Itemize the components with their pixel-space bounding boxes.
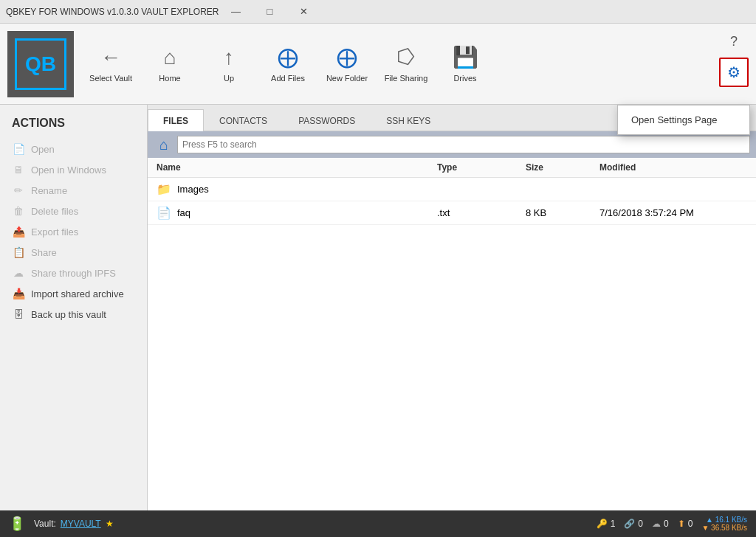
settings-popup: Open Settings Page [617,105,750,135]
file-name-label: faq [177,207,190,218]
table-row[interactable]: 📁 Images [148,178,756,201]
backup-icon: 🗄 [12,308,25,320]
drives-label: Drives [453,74,476,83]
titlebar-max-btn[interactable]: □ [253,0,287,24]
content-area: FILES CONTACTS PASSWORDS SSH KEYS ⌂ Name… [148,105,756,510]
net-up-speed: ▲ 16.1 KB/s [706,516,747,524]
tab-contacts[interactable]: CONTACTS [204,109,283,131]
folder-icon: 📁 [157,182,171,196]
status-vault: Vault: MYVAULT ★ [34,519,114,529]
sidebar-item-open-windows[interactable]: 🖥 Open in Windows [0,159,147,180]
share-icon: 📋 [12,246,25,258]
sidebar-item-share-label: Share [31,247,57,258]
sidebar-item-export-label: Export files [31,226,78,238]
key-status: 🔑 1 [597,519,616,529]
titlebar: QBKEY FOR WINDOWS v1.0.3.0 VAULT EXPLORE… [0,0,756,24]
add-files-label: Add Files [271,74,305,83]
cloud-status: ☁ 0 [652,519,669,529]
titlebar-title: QBKEY FOR WINDOWS v1.0.3.0 VAULT EXPLORE… [6,7,219,17]
share-ipfs-icon: ☁ [12,267,25,279]
tab-passwords[interactable]: PASSWORDS [283,109,371,131]
battery-icon: 🔋 [9,516,25,532]
sidebar-item-export[interactable]: 📤 Export files [0,221,147,242]
sidebar-item-backup-label: Back up this vault [31,309,106,320]
add-files-button[interactable]: ⨁ Add Files [258,31,317,97]
select-vault-button[interactable]: ← Select Vault [81,31,140,97]
upload-count: 0 [688,519,693,529]
sidebar-item-delete[interactable]: 🗑 Delete files [0,201,147,221]
sidebar-item-backup[interactable]: 🗄 Back up this vault [0,304,147,325]
key-count: 1 [611,519,616,529]
file-type: .txt [437,207,526,218]
link-icon: 🔗 [624,519,635,529]
file-modified: 7/16/2018 3:57:24 PM [599,207,747,218]
key-icon: 🔑 [597,519,608,529]
logo: QB [7,31,74,97]
select-vault-label: Select Vault [89,74,132,83]
sidebar-item-rename-label: Rename [31,185,67,196]
import-archive-icon: 📥 [12,288,25,299]
file-sharing-label: File Sharing [385,74,428,83]
cloud-icon: ☁ [652,519,661,529]
upload-icon: ⬆ [678,519,685,529]
new-folder-button[interactable]: ⨁ New Folder [317,31,377,97]
rename-icon: ✏ [12,184,25,196]
settings-button[interactable]: ⚙ [719,58,749,87]
actions-title: ACTIONS [0,114,147,139]
sidebar-item-rename[interactable]: ✏ Rename [0,180,147,201]
drives-icon: 💾 [453,45,478,69]
sidebar-item-import-archive[interactable]: 📥 Import shared archive [0,283,147,304]
sidebar-item-open-label: Open [31,144,55,155]
statusbar: 🔋 Vault: MYVAULT ★ 🔑 1 🔗 0 ☁ 0 ⬆ 0 ▲ 16.… [0,510,756,537]
col-type: Type [437,162,526,173]
file-home-button[interactable]: ⌂ [154,134,174,155]
sidebar-item-share-ipfs[interactable]: ☁ Share through IPFS [0,263,147,283]
sidebar: ACTIONS 📄 Open 🖥 Open in Windows ✏ Renam… [0,105,148,510]
delete-icon: 🗑 [12,205,25,217]
home-button[interactable]: ⌂ Home [140,31,199,97]
file-list: 📁 Images 📄 faq .txt 8 KB 7/16/2018 3:57:… [148,178,756,510]
table-row[interactable]: 📄 faq .txt 8 KB 7/16/2018 3:57:24 PM [148,201,756,225]
home-icon: ⌂ [164,46,176,69]
export-icon: 📤 [12,226,25,238]
vault-name-link[interactable]: MYVAULT [61,519,101,529]
sidebar-item-import-archive-label: Import shared archive [31,288,124,299]
network-status: ▲ 16.1 KB/s ▼ 36.58 KB/s [701,516,747,532]
link-status: 🔗 0 [624,519,643,529]
cloud-count: 0 [664,519,669,529]
tab-sshkeys[interactable]: SSH KEYS [371,109,446,131]
col-size: Size [526,162,599,173]
select-vault-icon: ← [100,46,121,69]
file-name-label: Images [177,184,209,195]
sidebar-item-share[interactable]: 📋 Share [0,242,147,263]
toolbar-right: ? ⚙ [719,24,749,104]
up-icon: ↑ [224,46,234,69]
titlebar-close-btn[interactable]: ✕ [287,0,321,24]
sidebar-item-open-windows-label: Open in Windows [31,164,106,176]
toolbar: QB ← Select Vault ⌂ Home ↑ Up ⨁ Add File… [0,24,756,105]
sidebar-item-share-ipfs-label: Share through IPFS [31,268,116,279]
net-down-speed: ▼ 36.58 KB/s [701,524,747,532]
search-input[interactable] [177,136,750,153]
up-button[interactable]: ↑ Up [199,31,258,97]
titlebar-min-btn[interactable]: — [219,0,253,24]
file-icon: 📄 [157,206,171,220]
col-name: Name [157,162,437,173]
vault-label: Vault: [34,519,56,529]
file-list-header: Name Type Size Modified [148,158,756,178]
main-area: ACTIONS 📄 Open 🖥 Open in Windows ✏ Renam… [0,105,756,510]
drives-button[interactable]: 💾 Drives [436,31,495,97]
link-count: 0 [638,519,643,529]
help-button[interactable]: ? [722,30,746,53]
sidebar-item-delete-label: Delete files [31,206,78,217]
file-sharing-button[interactable]: ⭔ File Sharing [377,31,436,97]
file-browser-toolbar: ⌂ [148,131,756,158]
open-icon: 📄 [12,143,25,155]
home-label: Home [159,74,180,83]
file-size: 8 KB [526,207,599,218]
sidebar-item-open[interactable]: 📄 Open [0,139,147,159]
tab-files[interactable]: FILES [148,109,204,131]
star-icon[interactable]: ★ [106,519,114,529]
open-settings-page-item[interactable]: Open Settings Page [618,105,749,134]
new-folder-label: New Folder [326,74,368,83]
